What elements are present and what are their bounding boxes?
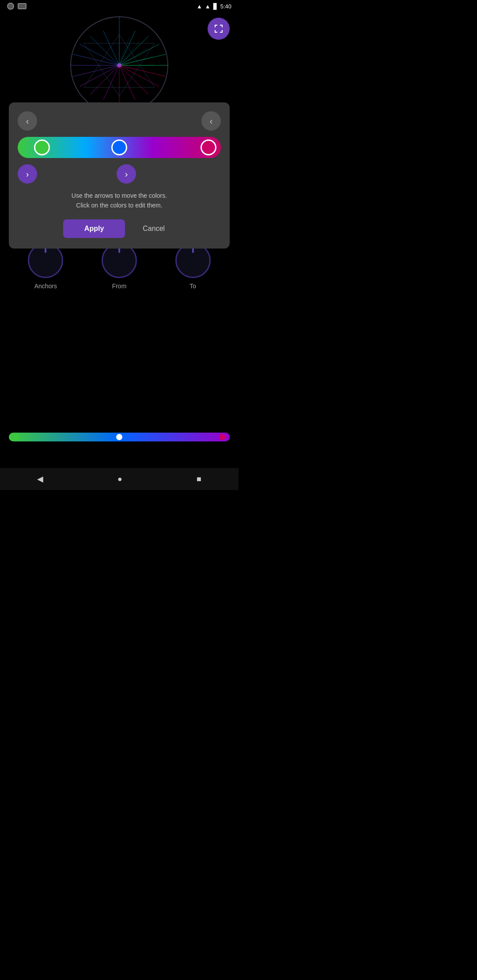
svg-line-12 bbox=[73, 65, 119, 76]
cancel-button[interactable]: Cancel bbox=[132, 219, 175, 238]
instructions-text: Use the arrows to move the colors. Click… bbox=[18, 191, 221, 211]
instructions-line1: Use the arrows to move the colors. bbox=[18, 191, 221, 200]
bottom-gradient-bar[interactable] bbox=[9, 433, 230, 441]
anchors-label: Anchors bbox=[34, 283, 57, 290]
left-back-button[interactable]: ‹ bbox=[18, 111, 37, 131]
time-display: 5:40 bbox=[220, 3, 231, 10]
wifi-icon: ▲ bbox=[197, 3, 202, 10]
bar-dot-pink[interactable] bbox=[219, 434, 225, 440]
right-back-button[interactable]: ‹ bbox=[201, 111, 221, 131]
instructions-line2: Click on the colors to edit them. bbox=[18, 200, 221, 210]
svg-line-19 bbox=[119, 65, 159, 87]
svg-line-18 bbox=[119, 65, 148, 94]
from-label: From bbox=[112, 283, 127, 290]
back-nav-button[interactable]: ◀ bbox=[34, 471, 47, 487]
fullscreen-icon bbox=[213, 23, 224, 34]
svg-line-15 bbox=[103, 65, 119, 100]
blue-color-thumb[interactable] bbox=[111, 139, 127, 155]
svg-line-8 bbox=[90, 36, 119, 65]
apply-button[interactable]: Apply bbox=[63, 219, 125, 238]
svg-line-7 bbox=[103, 31, 119, 65]
svg-line-20 bbox=[119, 65, 166, 76]
svg-line-9 bbox=[80, 44, 119, 65]
move-left-button[interactable]: › bbox=[18, 164, 37, 184]
move-right-button[interactable]: › bbox=[117, 164, 136, 184]
modal-buttons: Apply Cancel bbox=[18, 219, 221, 238]
status-left bbox=[7, 3, 26, 10]
status-bar: ▲ ▲ ▊ 5:40 bbox=[0, 0, 238, 12]
top-arrow-row: ‹ ‹ bbox=[18, 111, 221, 131]
svg-line-10 bbox=[73, 54, 119, 65]
signal-icon: ▲ bbox=[205, 3, 211, 10]
battery-icon: ▊ bbox=[213, 3, 218, 10]
recent-nav-button[interactable]: ■ bbox=[193, 471, 205, 487]
to-label: To bbox=[189, 283, 196, 290]
svg-point-29 bbox=[117, 63, 121, 68]
anchors-knob-container: Anchors bbox=[28, 243, 63, 290]
right-arrow-icon-2: › bbox=[125, 169, 128, 179]
bar-dot-green[interactable] bbox=[13, 434, 19, 440]
gradient-track bbox=[18, 137, 221, 158]
green-color-thumb[interactable] bbox=[34, 139, 50, 155]
navigation-bar: ◀ ● ■ bbox=[0, 468, 238, 490]
app-icon bbox=[18, 3, 26, 9]
right-chevron-icon: ‹ bbox=[210, 116, 213, 126]
status-right: ▲ ▲ ▊ 5:40 bbox=[197, 3, 231, 10]
svg-line-2 bbox=[119, 54, 166, 65]
svg-line-13 bbox=[80, 65, 119, 87]
notification-icon bbox=[7, 3, 14, 10]
right-arrow-icon: › bbox=[26, 169, 29, 179]
left-chevron-icon: ‹ bbox=[26, 116, 29, 126]
svg-line-22 bbox=[119, 57, 153, 65]
svg-line-14 bbox=[90, 65, 119, 94]
from-knob-container: From bbox=[102, 243, 137, 290]
pink-color-thumb[interactable] bbox=[201, 139, 216, 155]
svg-line-17 bbox=[119, 65, 135, 100]
bottom-arrow-row: › › bbox=[18, 164, 221, 184]
svg-line-24 bbox=[119, 42, 139, 65]
home-nav-button[interactable]: ● bbox=[114, 471, 126, 487]
fullscreen-button[interactable] bbox=[208, 18, 230, 40]
color-editor-modal: ‹ ‹ › › Use the arrows to move the color… bbox=[9, 102, 230, 249]
svg-line-5 bbox=[119, 31, 135, 65]
gradient-slider[interactable] bbox=[18, 137, 221, 158]
to-knob-container: To bbox=[175, 243, 211, 290]
bar-dot-blue[interactable] bbox=[116, 434, 122, 440]
svg-line-3 bbox=[119, 44, 159, 65]
